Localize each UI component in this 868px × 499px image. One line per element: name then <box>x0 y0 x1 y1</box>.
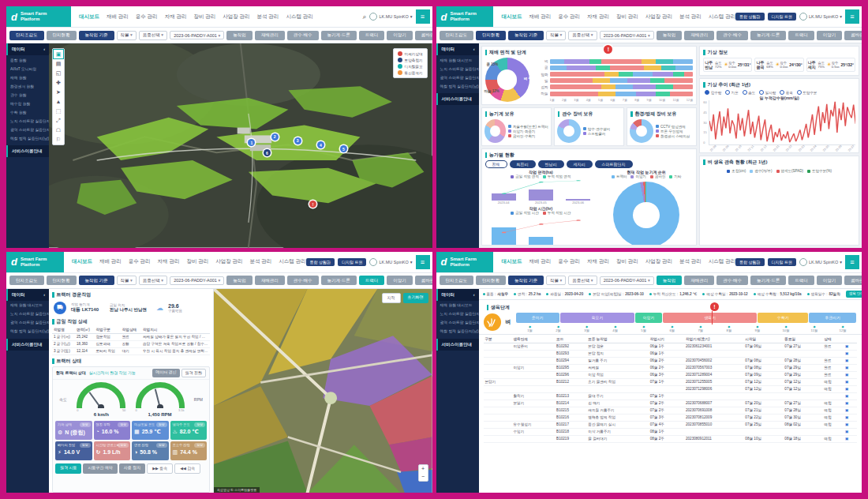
crop-select[interactable]: 작물 ▾ <box>117 276 137 285</box>
view-toggle-button[interactable]: 농작업 기준 <box>79 276 114 285</box>
nav-item[interactable]: 대시보드 <box>72 258 92 265</box>
sidebar-item[interactable]: 예찰 방제 실증단지(남) <box>6 133 49 142</box>
nav-item[interactable]: 자재 관리 <box>587 13 609 21</box>
nav-item[interactable]: 대시보드 <box>79 13 99 21</box>
nav-item[interactable]: 장비 관리 <box>616 13 638 21</box>
irrigation-donut-chart[interactable] <box>557 119 581 143</box>
search-icon[interactable]: ⌕ <box>362 13 366 21</box>
sidebar-item[interactable]: 노지 스마트팜 실증단지(남) <box>436 64 479 73</box>
map-tool-icon[interactable]: ⬚ <box>54 107 63 115</box>
nav-item[interactable]: 재배 관리 <box>529 258 551 265</box>
map-tool-icon[interactable]: ▤ <box>54 59 63 68</box>
nav-item[interactable]: 재배 관리 <box>107 13 129 21</box>
nav-item[interactable]: 용수 관리 <box>558 13 580 21</box>
view-toggle-button[interactable]: 단지조감도 <box>9 276 44 285</box>
sidebar-item[interactable]: 수확 현황 <box>6 107 49 116</box>
nav-item[interactable]: 분석 관리 <box>679 13 702 21</box>
table-row[interactable]: 수잉기B10218이삭 거름주기08월 1주 ▣ <box>484 428 858 435</box>
nav-item[interactable]: 재배 관리 <box>99 258 122 265</box>
table-row[interactable]: B10296이앙 작업06월 3주 202307128900407월 09일07… <box>484 371 858 378</box>
filter-button[interactable]: 이앙기 <box>387 276 413 285</box>
nav-item[interactable]: 대시보드 <box>501 258 522 265</box>
nav-item[interactable]: 자재 관리 <box>587 258 609 265</box>
filter-button[interactable]: 재배관리 <box>255 31 285 40</box>
map-tool-icon[interactable]: ☖ <box>54 126 63 134</box>
work-area-chart[interactable] <box>485 178 597 201</box>
season-select[interactable]: 2023-06-PADDY-A001 ▾ <box>600 276 654 285</box>
table-row[interactable]: B10293본답 정지06월 1주 ▣ <box>484 350 858 357</box>
sidebar-item[interactable]: 노지 스마트팜 실증단지(남) <box>6 116 49 125</box>
sidebar-item[interactable]: 재배 현황 대시보드 <box>436 301 479 310</box>
growth-basis-toggle[interactable]: 생육 단계 기준 <box>846 291 862 298</box>
filter-button[interactable]: 트랙터 <box>359 31 385 40</box>
filter-button[interactable]: 콤바인 <box>844 276 862 285</box>
table-row[interactable]: 활착기B10213물대 주기07월 1주 ▣ <box>484 392 858 400</box>
sidebar-item[interactable]: 재배 현황 대시보드 <box>6 301 49 310</box>
filter-button[interactable]: 콤바인 <box>415 276 432 285</box>
trend-radio[interactable]: 일사량 <box>759 90 776 95</box>
nav-item[interactable]: 재배 관리 <box>529 13 551 21</box>
filter-button[interactable]: 농작업 <box>226 276 253 285</box>
filter-button[interactable]: 재배관리 <box>684 31 714 40</box>
sidebar-section-data[interactable]: 데이터‹ <box>436 289 479 301</box>
sidebar-item[interactable]: 재배 현황 <box>6 73 49 81</box>
tractor-action-button[interactable]: ▶▶ 증속 <box>147 463 173 474</box>
refresh-button[interactable]: 데이터 갱신 <box>152 369 179 377</box>
table-row[interactable]: 분얼기B10214김 매기07월 2주 202307068800707월 20일… <box>484 400 858 407</box>
nav-item[interactable]: 분석 관리 <box>250 258 272 265</box>
view-toggle-button[interactable]: 단지조감도 <box>9 31 44 40</box>
tractor-action-button[interactable]: 시동구간 예약 <box>83 463 117 474</box>
table-row[interactable]: 이앙준비B10292본답 경운06월 1주 202306123400107월 0… <box>484 343 858 350</box>
sidebar-item[interactable]: 배수장 현황 <box>6 99 49 107</box>
nav-item[interactable]: 장비 관리 <box>186 258 208 265</box>
filter-button[interactable]: 콤바인 <box>415 31 432 40</box>
machinery-donut-chart[interactable] <box>485 119 507 143</box>
nav-item[interactable]: 시스템 관리 <box>286 13 312 21</box>
alert-marker[interactable]: ! <box>710 302 719 311</box>
trend-radio[interactable]: 습도 <box>743 90 756 95</box>
sidebar-item[interactable]: 예찰 방제 실증단지(남) <box>436 81 479 90</box>
variety-select[interactable]: 품종선택 ▾ <box>139 31 167 40</box>
machinery-rank-donut[interactable] <box>613 182 679 245</box>
variety-select[interactable]: 품종선택 ▾ <box>568 31 597 40</box>
status-tab-remote[interactable]: 실시간제어 환경 작업 가능 <box>89 370 136 375</box>
view-toggle-button[interactable]: 단지조감도 <box>440 276 474 285</box>
remote-switch-button[interactable]: 원격 전환 <box>181 369 206 377</box>
farm-tab[interactable]: 반남리 <box>538 160 564 168</box>
hamburger-menu-icon[interactable]: ≡ <box>845 255 859 269</box>
season-select[interactable]: 2023-06-PADDY-A001 ▾ <box>600 31 654 39</box>
nav-item[interactable]: 자재 관리 <box>165 13 187 21</box>
sidebar-section-data[interactable]: 데이터‹ <box>436 43 479 55</box>
farm-tab[interactable]: 전체 <box>485 160 507 168</box>
filter-button[interactable]: 이앙기 <box>387 31 413 40</box>
nav-item[interactable]: 용수 관리 <box>136 13 158 21</box>
trend-radio[interactable]: 강수량 <box>705 90 721 95</box>
trend-radio[interactable]: 기온 <box>725 90 739 95</box>
nav-item[interactable]: 자재 관리 <box>158 258 180 265</box>
filter-button[interactable]: 농작업 <box>657 276 683 285</box>
table-row[interactable]: 202307129800607월 12일07월 12일예정 ▣ <box>484 385 858 392</box>
precipitation-line-chart[interactable] <box>709 100 855 145</box>
user-menu[interactable]: LK.MU SpinKO▾ <box>369 258 412 266</box>
hamburger-menu-icon[interactable]: ≡ <box>416 9 430 24</box>
sidebar-item[interactable]: 광역 스마트팜 실증단지(남) <box>436 73 479 81</box>
hamburger-menu-icon[interactable]: ≡ <box>416 255 430 269</box>
filter-button[interactable]: 이앙기 <box>817 31 843 40</box>
filter-button[interactable]: 농기계·드론 <box>321 276 357 285</box>
map-tool-icon[interactable]: ⤢ <box>54 116 63 125</box>
nav-item[interactable]: 장비 관리 <box>193 13 215 21</box>
filter-button[interactable]: 이앙기 <box>817 276 843 285</box>
filter-button[interactable]: 관수·배수 <box>716 31 748 40</box>
situation-board-button[interactable]: 통합 상황판 <box>306 258 335 266</box>
sidebar-item[interactable]: 예찰 방제 실증단지(남) <box>6 327 49 336</box>
user-menu[interactable]: LK.MU SpinKO▾ <box>369 13 412 21</box>
crop-stage-stacked-bars[interactable]: 벼콩양파밀감자마늘 <box>537 58 694 96</box>
table-row[interactable]: B10219물 걸러대기08월 2주 202308091201108월 10일0… <box>484 435 858 442</box>
table-row[interactable]: B10215새끼칠 거름주기07월 2주 202307069100807월 21… <box>484 407 858 414</box>
nav-item[interactable]: 사업장 관리 <box>645 258 672 265</box>
nav-item[interactable]: 사업장 관리 <box>215 258 242 265</box>
nav-item[interactable]: 분석 관리 <box>679 258 702 265</box>
variety-select[interactable]: 품종선택 ▾ <box>139 276 167 285</box>
app-logo[interactable]: d Smart FarmPlatform <box>6 252 64 272</box>
map-tool-icon[interactable]: ➤ <box>54 88 63 96</box>
